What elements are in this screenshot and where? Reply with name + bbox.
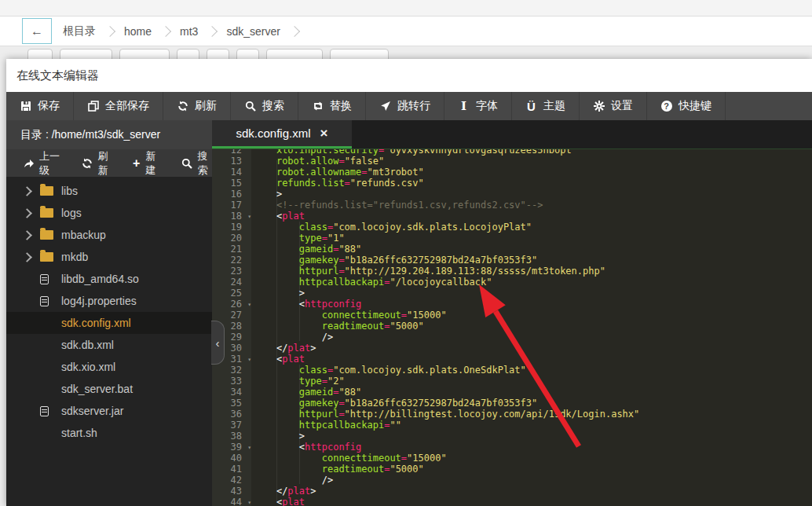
code-token (254, 387, 299, 398)
code-line: 33 type="2" (212, 376, 812, 387)
folder-icon (40, 208, 53, 218)
code-token: = (338, 398, 344, 409)
code-token: plat (282, 354, 305, 365)
toolbar-button-全部保存[interactable]: 全部保存 (74, 92, 163, 120)
tree-folder-mkdb[interactable]: mkdb (6, 246, 212, 268)
toolbar-button-字体[interactable]: I字体 (444, 92, 512, 120)
tree-toolbar-button-刷新[interactable]: 刷新 (82, 149, 112, 178)
breadcrumb-item[interactable]: 根目录 (63, 24, 96, 38)
chevron-right-icon[interactable] (22, 230, 32, 240)
fold-toggle-icon[interactable]: ▾ (247, 497, 251, 506)
line-number: 42 (212, 475, 251, 486)
line-number: 38 (212, 431, 251, 442)
tree-item-label: log4j.properties (61, 295, 137, 307)
code-token: gameid (299, 387, 333, 398)
file-icon (40, 274, 49, 284)
icon-slot (40, 252, 61, 262)
line-number: 26▾ (212, 299, 251, 310)
toolbar-button-设置[interactable]: 设置 (580, 92, 647, 120)
tree-file-log4j.properties[interactable]: log4j.properties (6, 290, 212, 312)
code-line: 31▾ <plat (212, 354, 812, 365)
toolbar-button-搜索[interactable]: 搜索 (231, 92, 298, 120)
tree-folder-libs[interactable]: libs (6, 180, 212, 202)
code-line: 40 connecttimeout="15000" (212, 453, 812, 464)
fold-toggle-icon[interactable]: ▾ (247, 299, 251, 310)
toolbar-button-跳转行[interactable]: 跳转行 (366, 92, 444, 120)
tree-item-label: sdk.xio.xml (61, 361, 115, 373)
chevron-right-icon[interactable] (22, 252, 32, 262)
toolbar-button-刷新[interactable]: 刷新 (163, 92, 231, 120)
code-token (254, 310, 322, 321)
tree-file-sdk.db.xml[interactable]: sdk.db.xml (6, 334, 212, 356)
file-icon (40, 406, 49, 416)
breadcrumb-separator-icon (104, 25, 115, 36)
line-content: readtimeout="5000" (251, 464, 812, 475)
tree-file-libdb_amd64.so[interactable]: libdb_amd64.so (6, 268, 212, 290)
toolbar-button-label: 主题 (543, 99, 565, 113)
sidebar-collapse-handle[interactable]: ‹ (211, 321, 225, 365)
tree-file-sdk.config.xml[interactable]: sdk.config.xml (6, 312, 212, 334)
breadcrumb-item[interactable]: home (124, 25, 152, 38)
toolbar-button-主题[interactable]: Ü主题 (512, 92, 580, 120)
tab-sdk.config.xml[interactable]: sdk.config.xml× (212, 120, 352, 148)
code-token: "5000" (390, 321, 423, 332)
tree-folder-logs[interactable]: logs (6, 202, 212, 224)
breadcrumb-item[interactable]: mt3 (180, 25, 198, 38)
line-number: 41 (212, 464, 251, 475)
code-token (254, 189, 276, 200)
tree-item-label: sdkserver.jar (61, 405, 123, 417)
chevron-right-icon[interactable] (22, 186, 32, 196)
code-token: readtimeout (322, 464, 384, 475)
chevron-right-icon[interactable] (22, 208, 32, 218)
up-level-icon (24, 158, 35, 169)
icon-slot (40, 274, 61, 284)
code-token (254, 398, 299, 409)
tree-folder-mbackup[interactable]: mbackup (6, 224, 212, 246)
tree-file-sdk_server.bat[interactable]: sdk_server.bat (6, 378, 212, 400)
code-token (254, 200, 276, 211)
code-token: class (299, 222, 327, 233)
toolbar-button-保存[interactable]: 保存 (6, 92, 74, 120)
code-token: "1" (327, 233, 345, 244)
fold-toggle-icon[interactable]: ▾ (247, 211, 251, 222)
code-token (254, 178, 276, 189)
code-token: = (345, 178, 350, 189)
tree-toolbar-button-新建[interactable]: +新建 (132, 149, 163, 178)
toolbar-button-快捷键[interactable]: ?快捷键 (647, 92, 726, 120)
breadcrumb-item[interactable]: sdk_server (226, 25, 280, 38)
toolbar-button-替换[interactable]: 替换 (298, 92, 366, 120)
line-content: httpurl="http://129.204.189.113:88/sssss… (251, 266, 812, 277)
fold-toggle-icon[interactable]: ▾ (247, 354, 251, 365)
code-token (254, 288, 299, 299)
toolbar-button-label: 跳转行 (397, 99, 430, 113)
code-token (254, 299, 299, 310)
code-token: "com.locojoy.sdk.plats.LocojoyPlat" (333, 222, 532, 233)
code-line: 35 gamekey="b18a26ffc632752987bd24a7bf03… (212, 398, 812, 409)
line-content: robot.allow="false" (251, 156, 812, 167)
line-number: 25 (212, 288, 251, 299)
goto-line-icon (379, 101, 391, 112)
toolbar-button-label: 搜索 (262, 99, 284, 113)
code-token: gamekey (299, 255, 339, 266)
directory-path-label: 目录 : /home/mt3/sdk_server (6, 120, 212, 149)
fold-toggle-icon[interactable]: ▾ (247, 442, 251, 453)
tree-toolbar-button-上一级[interactable]: 上一级 (24, 149, 62, 178)
code-token: > (299, 288, 305, 299)
code-token: refunds.list (276, 178, 345, 189)
tree-file-sdk.xio.xml[interactable]: sdk.xio.xml (6, 356, 212, 378)
tree-file-sdkserver.jar[interactable]: sdkserver.jar (6, 400, 212, 422)
tree-toolbar-button-搜索[interactable]: 搜索 (181, 149, 212, 178)
close-icon[interactable]: × (320, 126, 328, 140)
code-token: "88" (338, 387, 361, 398)
line-content: gameid="88" (251, 244, 812, 255)
line-content: <!--refunds.list="refunds1.csv,refunds2.… (251, 200, 812, 211)
code-line: 30 </plat> (212, 343, 812, 354)
tree-file-start.sh[interactable]: start.sh (6, 422, 212, 444)
back-button[interactable]: ← (22, 18, 52, 44)
code-line: 25 > (212, 288, 812, 299)
code-editor[interactable]: 12 xto.input.security="oyvxyskvnnydrtovg… (212, 149, 812, 506)
code-line: 27 connecttimeout="15000" (212, 310, 812, 321)
code-token: = (361, 167, 367, 178)
code-token: /> (322, 475, 333, 486)
tab-label: sdk.config.xml (236, 126, 311, 140)
